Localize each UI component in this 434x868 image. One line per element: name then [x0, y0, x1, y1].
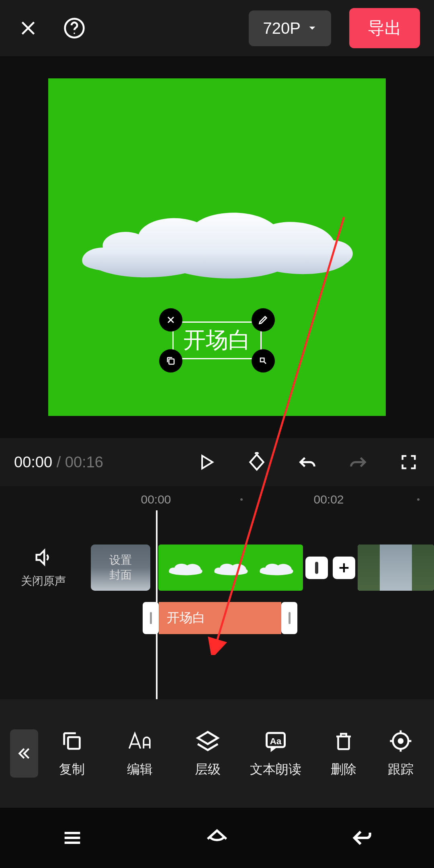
- tool-layer[interactable]: 层级: [174, 729, 242, 778]
- video-track[interactable]: [158, 545, 434, 591]
- tool-track[interactable]: 跟踪: [378, 729, 424, 778]
- add-clip-button[interactable]: [333, 557, 355, 579]
- nav-back-button[interactable]: [342, 824, 382, 852]
- text-aa-icon: [127, 729, 152, 753]
- mute-button[interactable]: [33, 547, 54, 569]
- chevron-down-icon: [308, 24, 317, 33]
- video-clip-2[interactable]: [358, 545, 434, 591]
- overlay-text: 开场白: [183, 327, 251, 352]
- transition-button-1[interactable]: [305, 557, 328, 579]
- svg-rect-4: [315, 562, 318, 574]
- mute-label: 关闭原声: [21, 573, 66, 589]
- video-canvas[interactable]: 开场白: [48, 78, 386, 416]
- layers-icon: [196, 729, 220, 753]
- svg-point-1: [74, 33, 75, 34]
- preview-area: 开场白: [0, 56, 434, 438]
- time-display: 00:00 / 00:16: [14, 454, 103, 471]
- text-scale-handle[interactable]: [252, 349, 275, 373]
- undo-button[interactable]: [296, 451, 319, 473]
- text-copy-handle[interactable]: [159, 349, 182, 373]
- redo-button[interactable]: [347, 451, 369, 473]
- set-cover-button[interactable]: 设置 封面: [91, 545, 150, 591]
- cloud-graphic: [76, 196, 358, 285]
- keyframe-button[interactable]: [246, 451, 268, 473]
- fullscreen-button[interactable]: [397, 451, 420, 473]
- export-button[interactable]: 导出: [349, 8, 420, 48]
- toolbar-back-button[interactable]: [10, 729, 38, 778]
- text-delete-handle[interactable]: [159, 308, 182, 332]
- tool-delete[interactable]: 删除: [310, 729, 378, 778]
- tool-copy[interactable]: 复制: [54, 729, 106, 778]
- text-selection[interactable]: 开场白: [172, 321, 262, 359]
- playhead[interactable]: [156, 510, 158, 699]
- text-clip-handle-right[interactable]: [281, 602, 297, 634]
- nav-recent-button[interactable]: [52, 824, 92, 852]
- svg-point-9: [399, 739, 403, 743]
- svg-text:Aa: Aa: [270, 736, 282, 746]
- play-button[interactable]: [195, 451, 217, 473]
- svg-rect-5: [68, 737, 80, 749]
- resolution-selector[interactable]: 720P: [249, 10, 331, 46]
- svg-rect-2: [169, 359, 174, 364]
- target-icon: [389, 729, 412, 753]
- text-clip[interactable]: 开场白: [143, 602, 297, 634]
- video-clip-1[interactable]: [158, 545, 303, 591]
- help-button[interactable]: [60, 14, 88, 42]
- close-button[interactable]: [14, 14, 42, 42]
- resolution-label: 720P: [263, 19, 301, 37]
- tool-edit[interactable]: 编辑: [106, 729, 174, 778]
- text-edit-handle[interactable]: [252, 308, 275, 332]
- timeline-ruler[interactable]: 00:00 00:02: [0, 486, 434, 510]
- tool-tts[interactable]: Aa 文本朗读: [242, 729, 310, 778]
- copy-icon: [60, 729, 84, 753]
- timeline[interactable]: 关闭原声 设置 封面: [0, 510, 434, 699]
- nav-home-button[interactable]: [197, 824, 237, 852]
- tts-icon: Aa: [264, 729, 288, 753]
- trash-icon: [333, 730, 354, 752]
